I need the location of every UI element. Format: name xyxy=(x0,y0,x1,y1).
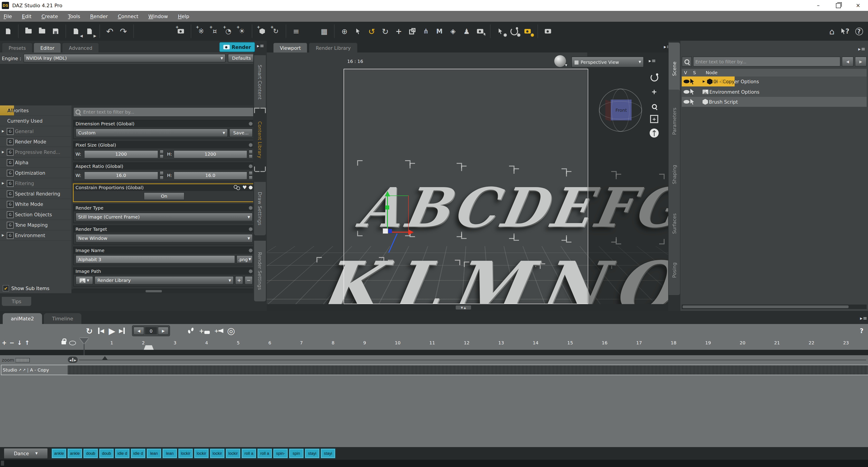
tab-editor[interactable]: Editor xyxy=(33,42,61,53)
width-stepper[interactable] xyxy=(159,150,163,158)
aniblock-button[interactable]: roll a xyxy=(257,448,272,459)
defaults-button[interactable]: Defaults xyxy=(228,54,255,62)
gizmo-y-handle[interactable] xyxy=(385,205,389,209)
scene-filter-input[interactable]: Enter text to filter by... xyxy=(693,57,840,66)
gear-icon[interactable] xyxy=(249,206,252,209)
keyframe-strip[interactable] xyxy=(0,350,868,355)
pixel-height-field[interactable]: 1200 xyxy=(174,150,247,158)
menu-item[interactable]: Help xyxy=(178,13,189,19)
menu-item[interactable]: File xyxy=(4,13,12,19)
move-down-button[interactable]: ↓ xyxy=(17,340,22,346)
tab-render-library[interactable]: Render Library xyxy=(309,42,358,53)
zoom-camera-button[interactable] xyxy=(649,101,659,112)
dimension-preset-dropdown[interactable]: Custom▼ xyxy=(75,128,228,137)
current-frame-field[interactable]: 0 xyxy=(145,327,157,334)
visibility-button[interactable] xyxy=(69,341,76,346)
merge-file-button[interactable] xyxy=(37,25,48,37)
daz-home-button[interactable]: ⌂ xyxy=(827,25,837,37)
menu-item[interactable]: Edit xyxy=(22,13,32,19)
tips-button[interactable]: Tips xyxy=(2,297,31,306)
frame-forward-button[interactable]: ▶ xyxy=(158,327,168,335)
range-marker[interactable] xyxy=(102,353,107,360)
open-file-button[interactable] xyxy=(23,25,34,37)
whats-this-button[interactable]: ? xyxy=(840,25,851,37)
scene-hscrollbar[interactable] xyxy=(682,304,867,309)
category-alpha[interactable]: GAlpha xyxy=(0,157,71,168)
category-render-mode[interactable]: GRender Mode xyxy=(0,137,71,147)
aniblock-button[interactable]: doub xyxy=(83,448,98,459)
aniblock-group-dropdown[interactable]: Dance ▼ xyxy=(4,448,48,459)
aniblock-button[interactable]: ankle xyxy=(52,448,66,459)
timeline-ruler[interactable]: + − ↓ ↑ 12345678910111213141516171819202… xyxy=(0,338,868,350)
category-white-mode[interactable]: GWhite Mode xyxy=(0,199,71,209)
keyframe-stripes[interactable] xyxy=(68,365,868,375)
col-node[interactable]: Node xyxy=(702,70,717,75)
render-type-dropdown[interactable]: Still Image (Current Frame)▼ xyxy=(75,213,253,221)
aniblock-button[interactable]: roll a xyxy=(241,448,256,459)
filter-back-button[interactable]: ◀ xyxy=(842,57,854,66)
new-distant-light-button[interactable]: +☀ xyxy=(237,25,247,37)
aniblock-button[interactable]: spin- xyxy=(273,448,288,459)
pixel-width-field[interactable]: 1200 xyxy=(84,150,158,158)
scene-node-row[interactable]: Tonemapper Options xyxy=(682,77,867,87)
menu-item[interactable]: Create xyxy=(41,13,58,19)
tab-advanced[interactable]: Advanced xyxy=(62,42,99,53)
scene-node-row[interactable]: Environment Options xyxy=(682,87,867,97)
constrain-on-toggle[interactable]: On xyxy=(144,192,184,200)
rotate-tool[interactable]: ↻ xyxy=(380,25,391,37)
gear-icon[interactable] xyxy=(249,270,252,273)
tab-content-library[interactable]: Content Library xyxy=(254,108,266,172)
camera-view-dropdown[interactable]: ▦ Perspective View ▼ xyxy=(571,57,644,66)
pane-menu-icon[interactable]: ▶≡ xyxy=(257,43,264,49)
aspect-height-field[interactable]: 16.0 xyxy=(174,171,247,179)
drawstyle-caret-icon[interactable]: ▼ xyxy=(565,63,567,66)
menu-item[interactable]: Connect xyxy=(118,13,138,19)
tab-render-settings[interactable]: Render Settings xyxy=(254,241,266,301)
layout-grid-button[interactable]: ▦ xyxy=(319,25,330,37)
scale-tool[interactable] xyxy=(407,25,418,37)
timeline-pane-menu-icon[interactable]: ▶≡ xyxy=(860,315,867,321)
go-to-start-button[interactable]: ◀ xyxy=(98,328,104,334)
gear-icon[interactable] xyxy=(249,186,252,189)
remove-path-button[interactable]: − xyxy=(245,276,253,285)
reset-camera-home-button[interactable]: ↑ xyxy=(649,127,659,139)
category-currently-used[interactable]: Currently Used xyxy=(0,116,71,126)
category-progressive-rendering[interactable]: ▶GProgressive Rend... xyxy=(0,147,71,157)
aniblock-button[interactable]: lockir xyxy=(225,448,241,459)
new-camera-button[interactable]: + xyxy=(176,25,186,37)
gear-icon[interactable] xyxy=(249,228,252,231)
tab-draw-settings[interactable]: Draw Settings xyxy=(254,182,266,235)
image-name-field[interactable]: Alphabit 3 xyxy=(75,255,235,263)
favorite-heart-icon[interactable]: ♥ xyxy=(242,185,247,191)
frame-camera-button[interactable]: + xyxy=(649,114,659,124)
checkbox-checked-icon[interactable]: ✔ xyxy=(3,285,9,291)
expander-icon[interactable]: ▶ xyxy=(2,150,5,154)
new-spotlight-button[interactable]: +※ xyxy=(196,25,207,37)
walk-this-way-button[interactable] xyxy=(188,328,193,334)
import-button[interactable]: ◀ xyxy=(70,25,81,37)
menu-item[interactable]: Window xyxy=(148,13,168,19)
width-stepper[interactable] xyxy=(159,171,163,180)
track-label[interactable]: Studio ↗ ↗ | A - Copy xyxy=(1,365,69,375)
figure-setup-tool[interactable]: ♟ xyxy=(461,25,472,37)
view-cube[interactable]: Front xyxy=(599,89,642,132)
aniblock-button[interactable]: stayi xyxy=(320,448,336,459)
aniblock-button[interactable]: lean xyxy=(162,448,177,459)
save-button[interactable] xyxy=(50,25,61,37)
close-button[interactable]: × xyxy=(848,0,868,11)
new-file-button[interactable] xyxy=(3,25,13,37)
spot-render-tool[interactable] xyxy=(475,25,486,37)
measure-metrics-tool[interactable]: M xyxy=(434,25,445,37)
translate-tool[interactable]: + xyxy=(393,25,404,37)
viewport-canvas[interactable]: ABCDEFG KLMNOPQ 16 : 16 ▼ ▦ Perspectiv xyxy=(267,53,668,304)
restore-button[interactable] xyxy=(828,0,848,11)
render-button-toolbar[interactable] xyxy=(542,25,553,37)
add-track-button[interactable]: + xyxy=(2,340,7,346)
aniblock-button[interactable]: stayi xyxy=(305,448,320,459)
tab-tim eline[interactable]: Timeline xyxy=(44,313,81,324)
tab-scene[interactable]: Scene xyxy=(669,42,680,95)
eye-icon[interactable] xyxy=(684,90,689,93)
loop-button[interactable]: ↻ xyxy=(86,326,93,335)
new-linear-light-button[interactable]: +◔ xyxy=(223,25,234,37)
zoom-track[interactable] xyxy=(79,360,866,360)
